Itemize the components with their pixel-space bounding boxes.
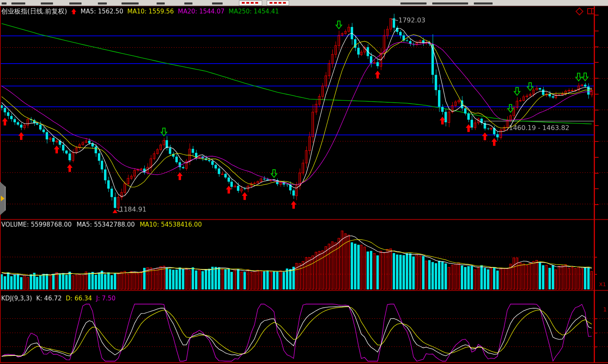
volume-multiplier-label: X1	[599, 282, 606, 287]
volume-header: VOLUME: 55998768.00 MA5: 55342788.00 MA1…	[1, 222, 202, 228]
split-window-icon[interactable]	[587, 8, 595, 14]
symbol-title: 创业板指(日线.前复权)	[1, 8, 67, 15]
menu-remnant	[184, 2, 192, 4]
expand-arrow-icon	[1, 196, 4, 201]
toolbar-button-1[interactable]	[239, 0, 262, 6]
kdj-k-value: K: 46.72	[36, 296, 62, 302]
kdj-scale-label: 1	[603, 307, 607, 312]
toolbar-button-2[interactable]	[267, 0, 289, 6]
volume-ma5-value: MA5: 55342788.00	[77, 222, 135, 228]
kdj-d-value: D: 66.34	[66, 296, 92, 302]
menu-remnant	[98, 2, 107, 4]
menu-remnant	[69, 2, 82, 4]
menu-bar[interactable]	[0, 0, 608, 6]
ma250-value: MA250: 1454.41	[228, 9, 279, 15]
menu-remnant	[474, 2, 493, 4]
volume-value: VOLUME: 55998768.00	[1, 222, 72, 228]
menu-remnant	[157, 2, 165, 4]
volume-ma10-value: MA10: 54538416.00	[140, 222, 202, 228]
ma20-value: MA20: 1544.07	[178, 9, 224, 15]
kdj-header: KDJ(9,3,3) K: 46.72 D: 66.34 J: 7.50	[1, 296, 115, 302]
trading-app-window: 创业板指(日线.前复权) MA5: 1562.50 MA10: 1559.56 …	[0, 0, 608, 364]
menu-remnant	[400, 2, 427, 4]
gap-range-annotation: 1460.19 - 1463.82	[509, 125, 569, 131]
up-arrow-icon	[71, 9, 77, 14]
kdj-j-value: J: 7.50	[96, 296, 116, 302]
chart-header: 创业板指(日线.前复权) MA5: 1562.50 MA10: 1559.56 …	[1, 8, 279, 15]
menu-remnant	[122, 2, 139, 4]
panel-expand-tab[interactable]	[0, 182, 6, 215]
menu-remnant	[11, 2, 25, 4]
menu-remnant	[2, 2, 7, 4]
ma5-value: MA5: 1562.50	[81, 9, 124, 15]
chart-canvas[interactable]	[0, 0, 608, 364]
menu-remnant	[432, 2, 468, 4]
menu-remnant	[41, 2, 53, 4]
low-price-annotation: 1184.91	[119, 206, 146, 213]
menu-remnant	[212, 2, 223, 4]
high-price-annotation: 1792.03	[398, 17, 425, 24]
kdj-name: KDJ(9,3,3)	[1, 296, 32, 302]
ma10-value: MA10: 1559.56	[127, 9, 174, 15]
